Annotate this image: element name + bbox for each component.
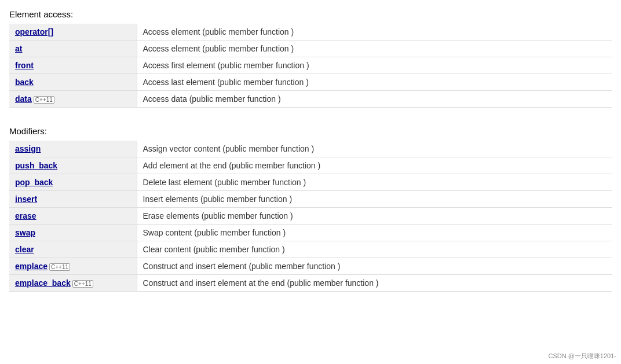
func-desc-cell: Access element (public member function ) (137, 24, 612, 41)
table-row: push_backAdd element at the end (public … (9, 157, 612, 174)
public-badge: (public member function ) (200, 194, 292, 204)
public-badge: (public member function ) (217, 78, 309, 87)
func-name-link[interactable]: operator[] (15, 27, 53, 36)
table-row: insertInsert elements (public member fun… (9, 191, 612, 208)
func-name-link[interactable]: swap (15, 228, 35, 237)
table-row: atAccess element (public member function… (9, 41, 612, 57)
func-desc-text: Add element at the end (143, 161, 229, 170)
func-desc-cell: Erase elements (public member function ) (137, 208, 612, 225)
func-name-cell[interactable]: dataC++11 (9, 91, 137, 108)
func-name-cell[interactable]: operator[] (9, 24, 137, 41)
modifiers-title: Modifiers: (9, 126, 612, 136)
func-desc-cell: Add element at the end (public member fu… (137, 157, 612, 174)
func-desc-cell: Access first element (public member func… (137, 57, 612, 74)
element-access-section: Element access: operator[]Access element… (9, 9, 612, 108)
public-badge: (public member function ) (202, 44, 294, 53)
func-desc-text: Access first element (143, 61, 218, 70)
func-desc-text: Access last element (143, 78, 217, 87)
func-desc-cell: Access element (public member function ) (137, 41, 612, 57)
modifiers-section: Modifiers: assignAssign vector content (… (9, 126, 612, 292)
public-badge: (public member function ) (287, 278, 379, 288)
func-name-link[interactable]: back (15, 78, 34, 87)
table-row: frontAccess first element (public member… (9, 57, 612, 74)
func-name-link[interactable]: insert (15, 194, 37, 204)
func-desc-text: Assign vector content (143, 144, 223, 153)
func-desc-text: Construct and insert element (143, 262, 249, 271)
func-desc-cell: Construct and insert element (public mem… (137, 258, 612, 275)
func-desc-text: Access element (143, 27, 203, 36)
func-desc-text: Delete last element (143, 178, 215, 187)
func-name-link[interactable]: erase (15, 211, 36, 220)
public-badge: (public member function ) (189, 94, 281, 104)
func-desc-text: Insert elements (143, 194, 201, 204)
func-desc-text: Access element (143, 44, 203, 53)
cpp11-badge: C++11 (49, 263, 70, 271)
func-desc-cell: Access data (public member function ) (137, 91, 612, 108)
public-badge: (public member function ) (194, 228, 286, 237)
func-desc-text: Access data (143, 94, 189, 104)
func-name-link[interactable]: pop_back (15, 178, 53, 187)
public-badge: (public member function ) (202, 211, 293, 220)
func-desc-cell: Assign vector content (public member fun… (137, 141, 612, 157)
func-name-cell[interactable]: assign (9, 141, 137, 157)
public-badge: (public member function ) (193, 245, 285, 254)
table-row: operator[]Access element (public member … (9, 24, 612, 41)
func-name-link[interactable]: clear (15, 245, 34, 254)
func-name-link[interactable]: push_back (15, 161, 57, 170)
func-name-cell[interactable]: front (9, 57, 137, 74)
func-name-link[interactable]: data (15, 94, 32, 104)
cpp11-badge: C++11 (72, 280, 93, 288)
func-name-link[interactable]: at (15, 44, 22, 53)
func-desc-text: Clear content (143, 245, 193, 254)
func-name-cell[interactable]: clear (9, 241, 137, 258)
public-badge: (public member function ) (214, 178, 306, 187)
table-row: emplace_backC++11Construct and insert el… (9, 275, 612, 292)
func-desc-text: Swap content (143, 228, 195, 237)
public-badge: (public member function ) (229, 161, 320, 170)
func-name-link[interactable]: emplace_back (15, 278, 71, 288)
cpp11-badge: C++11 (34, 96, 54, 104)
func-name-cell[interactable]: back (9, 74, 137, 91)
func-desc-cell: Swap content (public member function ) (137, 225, 612, 241)
func-name-cell[interactable]: swap (9, 225, 137, 241)
func-name-cell[interactable]: erase (9, 208, 137, 225)
table-row: emplaceC++11Construct and insert element… (9, 258, 612, 275)
func-name-link[interactable]: front (15, 61, 34, 70)
table-row: pop_backDelete last element (public memb… (9, 174, 612, 191)
func-desc-cell: Insert elements (public member function … (137, 191, 612, 208)
table-row: dataC++11Access data (public member func… (9, 91, 612, 108)
func-desc-cell: Access last element (public member funct… (137, 74, 612, 91)
table-row: assignAssign vector content (public memb… (9, 141, 612, 157)
table-row: backAccess last element (public member f… (9, 74, 612, 91)
func-name-cell[interactable]: insert (9, 191, 137, 208)
func-desc-text: Construct and insert element at the end (143, 278, 287, 288)
table-row: swapSwap content (public member function… (9, 225, 612, 241)
func-name-cell[interactable]: push_back (9, 157, 137, 174)
func-name-link[interactable]: emplace (15, 262, 48, 271)
func-name-cell[interactable]: pop_back (9, 174, 137, 191)
func-name-link[interactable]: assign (15, 144, 41, 153)
element-access-title: Element access: (9, 9, 612, 19)
public-badge: (public member function ) (218, 61, 309, 70)
func-name-cell[interactable]: emplaceC++11 (9, 258, 137, 275)
public-badge: (public member function ) (249, 262, 340, 271)
table-row: eraseErase elements (public member funct… (9, 208, 612, 225)
func-name-cell[interactable]: emplace_backC++11 (9, 275, 137, 292)
func-desc-cell: Clear content (public member function ) (137, 241, 612, 258)
element-access-table: operator[]Access element (public member … (9, 24, 612, 108)
func-desc-text: Erase elements (143, 211, 202, 220)
public-badge: (public member function ) (202, 27, 294, 36)
func-desc-cell: Construct and insert element at the end … (137, 275, 612, 292)
public-badge: (public member function ) (222, 144, 314, 153)
func-desc-cell: Delete last element (public member funct… (137, 174, 612, 191)
table-row: clearClear content (public member functi… (9, 241, 612, 258)
modifiers-table: assignAssign vector content (public memb… (9, 141, 612, 292)
func-name-cell[interactable]: at (9, 41, 137, 57)
